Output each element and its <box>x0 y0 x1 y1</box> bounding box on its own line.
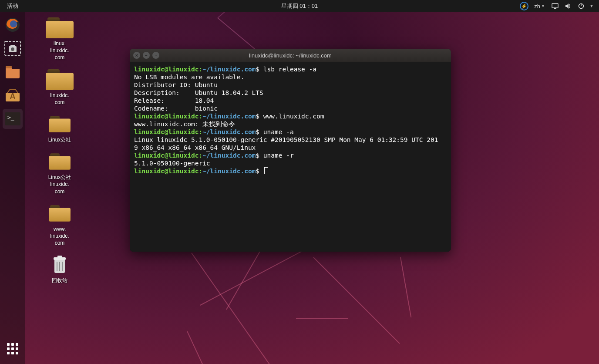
svg-point-8 <box>11 47 14 51</box>
window-titlebar[interactable]: ✕ − ▫ linuxidc@linuxidc: ~/linuxidc.com <box>130 49 451 62</box>
desktop-icon-label: linux.linuxidc.com <box>50 40 69 61</box>
desktop-folder[interactable]: www.linuxidc.com <box>31 203 88 247</box>
files-icon <box>4 64 21 80</box>
folder-icon <box>46 69 74 90</box>
input-method-indicator[interactable]: zh▼ <box>532 3 548 10</box>
svg-rect-10 <box>6 66 12 68</box>
folder-icon <box>49 116 71 132</box>
terminal-cursor <box>264 167 268 174</box>
svg-rect-0 <box>552 3 558 8</box>
dock-firefox[interactable] <box>3 15 23 35</box>
svg-text:>_: >_ <box>7 114 14 121</box>
desktop-icon-label: Linux公社linuxidc.com <box>48 174 71 195</box>
desktop-folder[interactable]: linuxidc.com <box>31 69 88 106</box>
firefox-icon <box>4 16 21 34</box>
window-close-button[interactable]: ✕ <box>133 52 140 59</box>
terminal-window[interactable]: ✕ − ▫ linuxidc@linuxidc: ~/linuxidc.com … <box>130 49 451 252</box>
terminal-output[interactable]: linuxidc@linuxidc:~/linuxidc.com$ lsb_re… <box>130 62 451 252</box>
clock[interactable]: 星期四 01：01 <box>281 2 318 10</box>
window-maximize-button[interactable]: ▫ <box>152 52 159 59</box>
apps-grid-icon <box>7 343 18 354</box>
folder-icon <box>46 17 74 38</box>
svg-rect-17 <box>57 256 62 258</box>
svg-rect-9 <box>10 45 15 47</box>
svg-rect-1 <box>554 8 556 9</box>
desktop-folder[interactable]: linux.linuxidc.com <box>31 17 88 61</box>
volume-icon[interactable] <box>562 0 574 12</box>
screenshot-icon <box>4 41 21 56</box>
desktop-icon-label: Linux公社 <box>48 136 71 143</box>
dock-software[interactable]: A <box>3 85 23 105</box>
apps-grid-button[interactable] <box>3 339 23 359</box>
window-minimize-button[interactable]: − <box>143 52 150 59</box>
terminal-icon: >_ <box>4 111 21 126</box>
svg-text:A: A <box>10 92 16 101</box>
activities-button[interactable]: 活动 <box>0 2 25 10</box>
desktop-icon-label: 回收站 <box>52 277 67 284</box>
dock-terminal[interactable]: >_ <box>3 109 23 129</box>
dock: A >_ <box>0 12 25 364</box>
folder-icon <box>49 153 71 169</box>
window-title: linuxidc@linuxidc: ~/linuxidc.com <box>249 52 332 59</box>
svg-point-5 <box>10 20 17 27</box>
thunderbolt-icon[interactable]: ⚡ <box>518 0 530 12</box>
desktop-folder[interactable]: Linux公社linuxidc.com <box>31 151 88 195</box>
desktop-icons: linux.linuxidc.com linuxidc.com Linux公社 … <box>31 17 88 284</box>
trash-icon <box>50 254 69 275</box>
top-panel: 活动 星期四 01：01 ⚡ zh▼ ▼ <box>0 0 599 12</box>
desktop-icon-label: linuxidc.com <box>50 92 69 106</box>
power-icon[interactable] <box>575 0 587 12</box>
desktop-icon-label: www.linuxidc.com <box>50 226 69 247</box>
desktop-folder[interactable]: Linux公社 <box>31 114 88 143</box>
dock-screenshot[interactable] <box>3 38 23 58</box>
software-icon: A <box>4 88 21 103</box>
display-icon[interactable] <box>549 0 561 12</box>
folder-icon <box>49 205 71 221</box>
dock-files[interactable] <box>3 62 23 82</box>
system-menu-caret-icon[interactable]: ▼ <box>589 0 595 12</box>
desktop-trash[interactable]: 回收站 <box>31 254 88 284</box>
